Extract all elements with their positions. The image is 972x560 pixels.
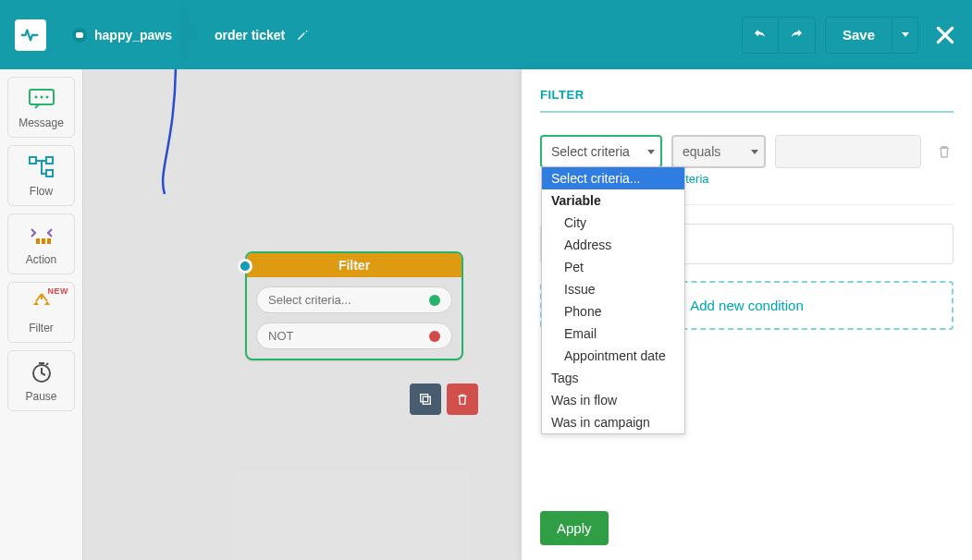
tool-pause[interactable]: Pause: [7, 350, 75, 411]
add-criteria-link[interactable]: riteria: [679, 172, 954, 186]
messenger-icon: [72, 28, 87, 43]
app-logo[interactable]: [15, 19, 46, 51]
pause-icon: [26, 360, 57, 384]
node-condition-row[interactable]: Select criteria...: [256, 286, 452, 313]
node-title: Filter: [247, 253, 461, 277]
redo-icon: [788, 27, 805, 43]
dropdown-option[interactable]: Issue: [542, 278, 684, 300]
dropdown-option[interactable]: Select criteria...: [542, 167, 684, 189]
dropdown-option[interactable]: Email: [542, 323, 684, 345]
tool-action[interactable]: Action: [7, 213, 75, 274]
criteria-row: Select criteria equals: [540, 135, 954, 168]
top-header: happy_paws order ticket Save: [0, 0, 972, 69]
project-name: happy_paws: [94, 28, 172, 43]
dropdown-option: Variable: [542, 189, 684, 212]
svg-point-3: [45, 96, 48, 99]
undo-icon: [752, 27, 769, 43]
dropdown-option[interactable]: City: [542, 212, 684, 234]
svg-rect-5: [46, 157, 53, 164]
delete-node-button[interactable]: [447, 383, 478, 415]
flow-title[interactable]: order ticket: [215, 28, 309, 43]
undo-redo-group: [742, 17, 816, 54]
close-icon[interactable]: [933, 23, 957, 47]
trash-icon: [455, 392, 470, 407]
header-actions: Save: [742, 17, 957, 54]
duplicate-node-button[interactable]: [410, 383, 441, 415]
filter-node[interactable]: Filter Select criteria... NOT: [245, 251, 463, 360]
tool-label: Pause: [25, 390, 56, 403]
tool-label: Action: [26, 253, 56, 266]
save-button[interactable]: Save: [825, 17, 892, 54]
dropdown-option[interactable]: Appointment date: [542, 345, 684, 367]
svg-rect-7: [36, 238, 40, 244]
operator-select[interactable]: equals: [671, 135, 766, 168]
output-dot-false[interactable]: [429, 331, 440, 342]
node-body: Select criteria... NOT: [247, 277, 461, 359]
dropdown-option[interactable]: Address: [542, 234, 684, 256]
tool-label: Filter: [29, 322, 54, 335]
svg-rect-12: [423, 396, 430, 404]
redo-button[interactable]: [779, 17, 816, 54]
svg-rect-9: [47, 238, 51, 244]
node-actions: [410, 383, 478, 415]
copy-icon: [418, 392, 433, 407]
dropdown-option[interactable]: Tags: [542, 367, 684, 389]
tool-label: Flow: [30, 185, 53, 198]
svg-rect-11: [421, 395, 428, 402]
undo-button[interactable]: [742, 17, 779, 54]
criteria-select[interactable]: Select criteria: [540, 135, 662, 168]
svg-point-2: [40, 96, 43, 99]
apply-button[interactable]: Apply: [540, 511, 609, 545]
breadcrumb-project[interactable]: happy_paws: [63, 22, 181, 48]
breadcrumb-separator: [181, 0, 203, 69]
tool-sidebar: Message Flow Action NEW Filter Pause: [0, 69, 83, 560]
svg-point-1: [34, 96, 37, 99]
connection-wire: [83, 69, 268, 273]
action-icon: [26, 224, 57, 248]
dropdown-option[interactable]: Was in campaign: [542, 411, 684, 433]
dropdown-option[interactable]: Was in flow: [542, 389, 684, 411]
tool-flow[interactable]: Flow: [7, 145, 75, 206]
flow-icon: [26, 155, 57, 179]
new-badge: NEW: [48, 286, 69, 296]
message-icon: [26, 87, 57, 111]
pulse-icon: [20, 25, 41, 45]
pencil-icon: [296, 29, 309, 42]
output-dot-true[interactable]: [429, 295, 440, 306]
tool-message[interactable]: Message: [7, 77, 75, 138]
panel-title: FILTER: [540, 88, 954, 113]
svg-rect-4: [30, 157, 36, 164]
tool-label: Message: [18, 116, 64, 129]
save-dropdown[interactable]: [892, 17, 918, 54]
save-group: Save: [825, 17, 918, 54]
dropdown-option[interactable]: Pet: [542, 256, 684, 278]
criteria-dropdown: Select criteria...VariableCityAddressPet…: [541, 166, 685, 434]
svg-rect-6: [46, 170, 53, 177]
svg-rect-8: [42, 238, 45, 244]
delete-criteria-icon[interactable]: [936, 143, 953, 160]
tool-filter[interactable]: NEW Filter: [7, 282, 75, 343]
node-input-port[interactable]: [238, 259, 252, 274]
value-input[interactable]: [775, 135, 921, 168]
node-else-row[interactable]: NOT: [256, 323, 452, 349]
dropdown-option[interactable]: Phone: [542, 300, 684, 323]
